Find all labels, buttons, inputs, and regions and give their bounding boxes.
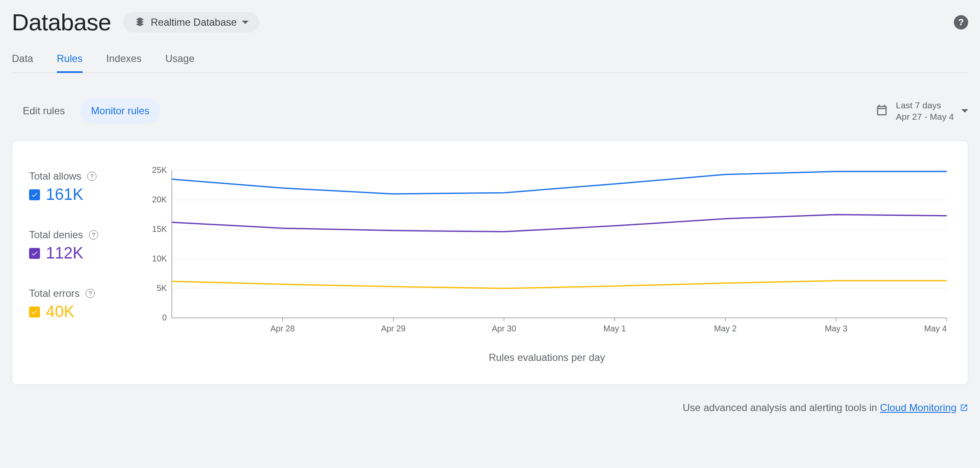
svg-text:May 2: May 2 [714,324,737,333]
calendar-icon [876,104,888,118]
legend-label: Total denies [29,229,83,241]
cloud-monitoring-link[interactable]: Cloud Monitoring [880,402,968,414]
chart-x-axis-label: Rules evaluations per day [143,352,951,363]
svg-text:Apr 29: Apr 29 [381,324,405,333]
chart-area: 05K10K15K20K25KApr 28Apr 29Apr 30May 1Ma… [143,166,951,363]
svg-text:0: 0 [162,313,167,322]
help-hint-icon[interactable]: ? [86,289,95,298]
svg-text:25K: 25K [152,166,167,175]
svg-text:May 3: May 3 [825,324,848,333]
main-tabs: DataRulesIndexesUsage [12,53,968,73]
tab-usage[interactable]: Usage [165,53,194,73]
svg-text:10K: 10K [152,254,167,263]
tab-data[interactable]: Data [12,53,33,73]
footer: Use advanced analysis and alerting tools… [12,402,968,414]
legend-label: Total errors [29,288,80,299]
svg-text:Apr 28: Apr 28 [270,324,295,333]
legend-value: 161K [46,186,83,204]
help-icon[interactable]: ? [954,15,968,30]
sub-tabs: Edit rulesMonitor rules [12,98,161,124]
legend-item: Total denies?112K [29,229,126,262]
chevron-down-icon [242,21,249,24]
chart-legend: Total allows?161KTotal denies?112KTotal … [29,166,126,363]
legend-value: 112K [46,244,83,262]
svg-text:May 1: May 1 [603,324,626,333]
legend-label: Total allows [29,170,81,182]
database-selector-label: Realtime Database [151,16,237,28]
legend-checkbox[interactable] [29,307,40,317]
legend-checkbox[interactable] [29,248,40,259]
footer-text: Use advanced analysis and alerting tools… [683,402,880,413]
date-range-detail: Apr 27 - May 4 [896,111,954,122]
sub-row: Edit rulesMonitor rules Last 7 days Apr … [12,98,968,124]
legend-checkbox[interactable] [29,189,40,200]
svg-text:Apr 30: Apr 30 [492,324,516,333]
page-title: Database [12,8,111,36]
help-hint-icon[interactable]: ? [87,172,96,181]
line-chart: 05K10K15K20K25KApr 28Apr 29Apr 30May 1Ma… [143,166,951,339]
date-range-picker[interactable]: Last 7 days Apr 27 - May 4 [876,100,968,123]
subtab-monitor-rules[interactable]: Monitor rules [80,98,161,124]
svg-text:5K: 5K [157,283,167,293]
legend-item: Total errors?40K [29,288,126,321]
legend-value: 40K [46,303,75,321]
header-row: Database Realtime Database ? [12,0,968,36]
svg-text:May 4: May 4 [924,324,947,333]
svg-text:15K: 15K [152,224,167,234]
tab-rules[interactable]: Rules [57,53,83,73]
external-link-icon [960,403,968,412]
legend-item: Total allows?161K [29,170,126,204]
tab-indexes[interactable]: Indexes [106,53,142,73]
database-selector[interactable]: Realtime Database [123,12,260,32]
date-range-label: Last 7 days [896,100,954,111]
help-hint-icon[interactable]: ? [89,230,98,239]
chart-card: Total allows?161KTotal denies?112KTotal … [12,140,968,385]
chevron-down-icon [961,109,968,113]
subtab-edit-rules[interactable]: Edit rules [12,98,76,124]
realtime-database-icon [134,16,146,28]
svg-text:20K: 20K [152,195,167,204]
